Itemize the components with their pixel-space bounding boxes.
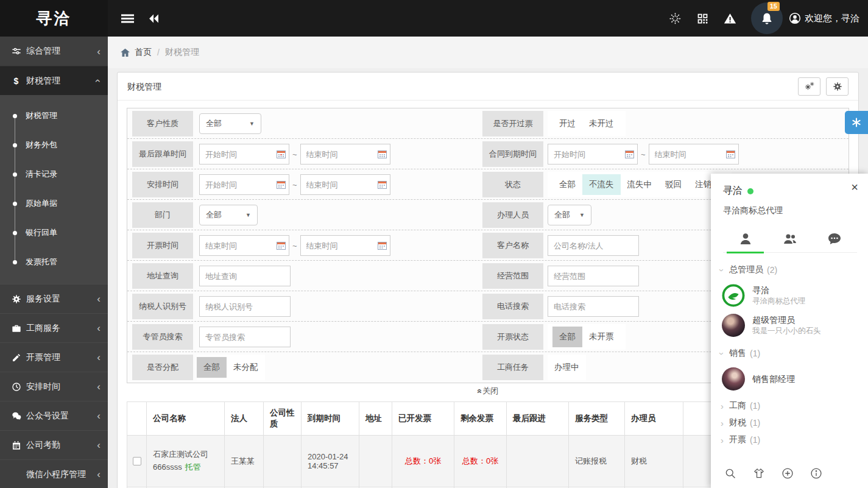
gear-button[interactable] bbox=[826, 77, 849, 96]
filter-option[interactable]: 未开票 bbox=[582, 327, 621, 347]
chat-group-invoicing[interactable]: › 开票 (1) bbox=[721, 431, 858, 448]
filter-option[interactable]: 未分配 bbox=[227, 357, 265, 378]
chevron-down-icon: ▼ bbox=[245, 212, 251, 218]
col-header: 已开发票 bbox=[392, 402, 454, 436]
supervisor-search-input[interactable] bbox=[199, 327, 291, 347]
tab-groups[interactable] bbox=[767, 225, 812, 252]
tab-contacts[interactable] bbox=[723, 225, 767, 252]
shirt-icon[interactable] bbox=[753, 467, 765, 479]
filter-option[interactable]: 未开过 bbox=[582, 113, 621, 134]
filter-option-selected[interactable]: 不流失 bbox=[582, 174, 621, 195]
submenu-item-finance-outsourcing[interactable]: 财务外包 bbox=[0, 130, 108, 160]
calendar-icon[interactable] bbox=[625, 150, 634, 158]
cogs-button[interactable] bbox=[798, 77, 820, 96]
customer-name-input[interactable] bbox=[548, 235, 639, 256]
chat-group-finance[interactable]: › 财税 (1) bbox=[721, 414, 858, 431]
date-input-end[interactable] bbox=[300, 144, 390, 164]
spinner-icon[interactable] bbox=[669, 12, 682, 25]
notification-badge: 15 bbox=[767, 2, 780, 11]
calendar-icon[interactable] bbox=[726, 150, 735, 158]
sidebar-item-business-services[interactable]: 工商服务 ‹ bbox=[0, 313, 108, 342]
filter-label: 是否开过票 bbox=[482, 111, 543, 136]
chat-member[interactable]: 销售部经理 bbox=[722, 367, 858, 391]
warning-icon[interactable] bbox=[724, 12, 736, 25]
sidebar-item-schedule-time[interactable]: 安排时间 ‹ bbox=[0, 372, 108, 401]
date-input-end[interactable] bbox=[300, 174, 390, 195]
plus-circle-icon[interactable] bbox=[782, 467, 794, 479]
sidebar-item-service-settings[interactable]: 服务设置 ‹ bbox=[0, 284, 108, 313]
business-scope-input[interactable] bbox=[548, 266, 639, 286]
date-input-start[interactable] bbox=[199, 174, 289, 195]
date-input-start[interactable] bbox=[548, 144, 638, 164]
submenu-item-card-clearing[interactable]: 清卡记录 bbox=[0, 160, 108, 189]
col-header: 办理员 bbox=[625, 402, 683, 436]
calendar-icon[interactable] bbox=[277, 181, 286, 189]
col-header: 到期时间 bbox=[302, 402, 359, 436]
handler-select[interactable]: 全部 ▼ bbox=[548, 205, 591, 225]
taxpayer-id-input[interactable] bbox=[199, 296, 291, 317]
sidebar-item-label: 微信小程序管理 bbox=[26, 469, 86, 480]
calendar-icon[interactable] bbox=[378, 242, 387, 250]
qr-code-icon[interactable] bbox=[696, 12, 709, 25]
chat-group-admins[interactable]: › 总管理员 (2) bbox=[721, 260, 858, 280]
sidebar-item-attendance[interactable]: 公司考勤 ‹ bbox=[0, 430, 108, 459]
department-select[interactable]: 全部 ▼ bbox=[199, 205, 258, 225]
company-nature-cell bbox=[264, 436, 302, 487]
chat-group-sales[interactable]: › 销售 (1) bbox=[721, 344, 858, 363]
notifications-button[interactable]: 15 bbox=[751, 2, 783, 34]
submenu-item-finance-tax[interactable]: 财税管理 bbox=[0, 101, 108, 130]
sidebar-item-official-account[interactable]: 公众号设置 ‹ bbox=[0, 401, 108, 430]
filter-option[interactable]: 全部 bbox=[552, 174, 582, 195]
filter-option[interactable]: 开过 bbox=[552, 113, 582, 134]
hamburger-menu-icon[interactable] bbox=[121, 12, 134, 25]
user-circle-icon bbox=[789, 12, 801, 24]
chat-group-business[interactable]: › 工商 (1) bbox=[721, 397, 858, 414]
chat-member[interactable]: 寻洽 寻洽商标总代理 bbox=[722, 284, 858, 307]
panel-title: 财税管理 bbox=[118, 72, 858, 101]
phone-search-input[interactable] bbox=[548, 296, 639, 317]
filter-option[interactable]: 驳回 bbox=[658, 174, 688, 195]
submenu-item-bank-receipts[interactable]: 银行回单 bbox=[0, 218, 108, 247]
breadcrumb-home[interactable]: 首页 bbox=[135, 47, 152, 58]
col-header: 剩余发票 bbox=[454, 402, 507, 436]
address-input[interactable] bbox=[199, 266, 291, 286]
close-icon[interactable]: × bbox=[851, 181, 858, 193]
calendar-icon[interactable] bbox=[277, 150, 286, 158]
date-input-end[interactable] bbox=[300, 235, 390, 256]
double-chevron-up-icon: « bbox=[475, 389, 485, 394]
panel-header: 财税管理 bbox=[118, 72, 858, 101]
row-checkbox[interactable] bbox=[133, 457, 141, 465]
search-icon[interactable] bbox=[724, 467, 736, 479]
tab-conversations[interactable] bbox=[813, 225, 857, 252]
chat-member[interactable]: 超级管理员 我是一只小小的石头 bbox=[722, 314, 858, 337]
user-welcome[interactable]: 欢迎您，寻洽 bbox=[789, 12, 859, 24]
filter-option[interactable]: 办理中 bbox=[548, 357, 586, 378]
float-asterisk-button[interactable] bbox=[845, 111, 868, 134]
filter-option[interactable]: 流失中 bbox=[621, 174, 659, 195]
sidebar-item-wechat-miniprogram[interactable]: 微信小程序管理 ‹ bbox=[0, 459, 108, 488]
filter-option-selected[interactable]: 全部 bbox=[552, 327, 582, 347]
date-input-end[interactable] bbox=[649, 144, 739, 164]
filter-label: 专管员搜索 bbox=[132, 324, 193, 350]
customer-nature-select[interactable]: 全部 ▼ bbox=[199, 113, 261, 134]
date-input-start[interactable] bbox=[199, 144, 289, 164]
col-header: 最后跟进 bbox=[507, 402, 569, 436]
sidebar-item-label: 财税管理 bbox=[26, 76, 60, 87]
sidebar-item-finance-tax[interactable]: $ 财税管理 ‹ bbox=[0, 66, 108, 95]
submenu-item-original-documents[interactable]: 原始单据 bbox=[0, 189, 108, 218]
chevron-down-icon: ▼ bbox=[249, 121, 255, 127]
sidebar-item-general-management[interactable]: 综合管理 ‹ bbox=[0, 37, 108, 66]
calendar-icon[interactable] bbox=[277, 242, 286, 250]
info-circle-icon[interactable] bbox=[810, 467, 822, 479]
app-logo[interactable]: 寻洽 bbox=[0, 0, 108, 37]
submenu-item-invoice-hosting[interactable]: 发票托管 bbox=[0, 247, 108, 277]
company-cell[interactable]: 石家庄测试公司 666ssss托管 bbox=[147, 436, 225, 487]
sidebar-item-invoice-management[interactable]: 开票管理 ‹ bbox=[0, 342, 108, 372]
calendar-icon[interactable] bbox=[378, 181, 387, 189]
chevron-left-icon: ‹ bbox=[97, 381, 101, 392]
calendar-icon[interactable] bbox=[378, 150, 387, 158]
clock-icon bbox=[11, 381, 21, 392]
rewind-collapse-icon[interactable] bbox=[147, 12, 160, 25]
date-input-start[interactable] bbox=[199, 235, 289, 256]
filter-option-selected[interactable]: 全部 bbox=[197, 357, 227, 378]
